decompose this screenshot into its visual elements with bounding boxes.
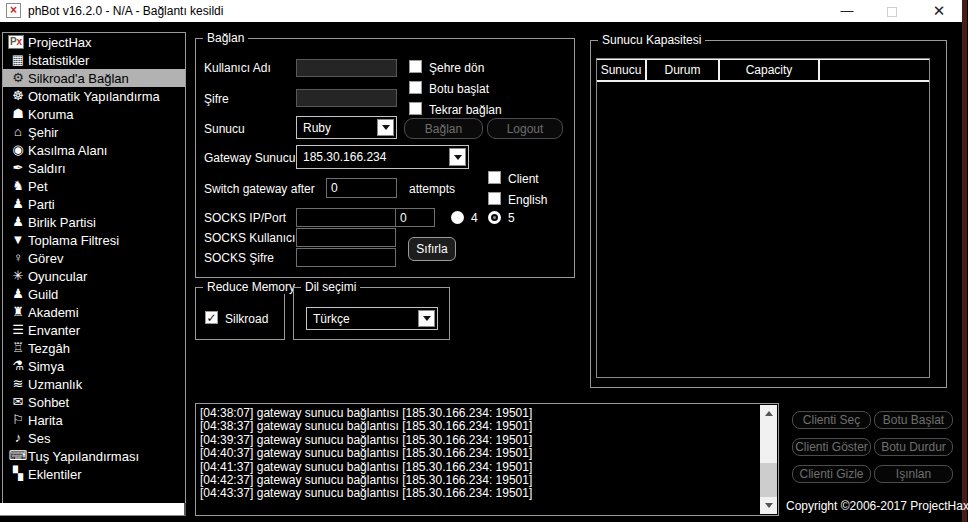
chevron-down-icon[interactable] [377,119,394,136]
sidebar-item-map[interactable]: ⚐Harita [3,411,185,429]
close-button[interactable]: ✕ [924,0,954,22]
sidebar-item-training-area[interactable]: ◉Kasılma Alanı [3,141,185,159]
sidebar-item-academy[interactable]: ♜Akademi [3,303,185,321]
reconnect-checkbox[interactable] [409,102,422,115]
language-groupbox: Dil seçimi Türkçe [293,287,450,340]
chat-icon: ✉ [8,394,28,410]
scroll-up-icon[interactable] [760,405,777,422]
silkroad-checkbox[interactable] [205,311,218,324]
sidebar-item-stall[interactable]: ♖Tezgâh [3,339,185,357]
return-town-label: Şehre dön [429,61,484,75]
client-checkbox[interactable] [488,171,501,184]
socks-user-label: SOCKS Kullanıcı [204,231,295,245]
alchemy-flask-icon: ⚗ [8,358,28,374]
reduce-memory-groupbox: Reduce Memory Silkroad [195,287,285,340]
start-bot-button[interactable]: Botu Başlat [874,411,953,429]
titlebar[interactable]: × phBot v16.2.0 - N/A - Bağlantı kesildi… [0,0,962,22]
sidebar-item-statistics[interactable]: ▦İstatistikler [3,51,185,69]
minimize-button[interactable]: — [832,0,862,22]
sidebar-item-pet[interactable]: ♞Pet [3,177,185,195]
sidebar-item-party[interactable]: ♟Parti [3,195,185,213]
chevron-down-icon[interactable] [449,148,466,166]
server-capacity-table[interactable]: SunucuDurumCapacity [596,58,930,378]
socks4-radio[interactable] [451,211,464,224]
reconnect-label: Tekrar bağlan [429,103,502,117]
socks-ip-input[interactable] [296,208,396,227]
guild-icon: ♟ [8,286,28,302]
username-input[interactable] [296,59,397,77]
language-combobox[interactable]: Türkçe [306,307,438,330]
sidebar-item-label: İstatistikler [28,53,89,68]
english-checkbox[interactable] [488,192,501,205]
log-line: [04:38:37] gateway sunucu bağlantısı [18… [200,420,756,433]
logout-button[interactable]: Logout [487,118,563,139]
sidebar-item-key-config[interactable]: ⌨Tuş Yapılandırması [3,447,185,465]
teleport-button[interactable]: Işınlan [874,465,953,483]
connect-group-title: Bağlan [203,31,248,45]
sidebar-item-mastery[interactable]: ≋Uzmanlık [3,375,185,393]
sidebar-item-pick-filter[interactable]: ▼Toplama Filtresi [3,231,185,249]
log-output[interactable]: [04:38:07] gateway sunucu bağlantısı [18… [195,403,779,516]
map-pin-icon: ⚐ [8,412,28,428]
socks-pass-input[interactable] [296,248,396,267]
sidebar-item-players[interactable]: ✳Oyuncular [3,267,185,285]
start-bot-checkbox[interactable] [409,81,422,94]
sidebar-item-quest[interactable]: ♀Görev [3,249,185,267]
sidebar-item-projecthax[interactable]: PxProjectHax [3,33,185,51]
scroll-down-icon[interactable] [760,497,777,514]
server-capacity-groupbox: Sunucu Kapasitesi SunucuDurumCapacity [590,40,947,388]
sidebar-item-union-party[interactable]: ♟Birlik Partisi [3,213,185,231]
sidebar-item-label: Pet [28,179,48,194]
log-line: [04:41:37] gateway sunucu bağlantısı [18… [200,461,756,474]
training-area-icon: ◉ [8,142,28,158]
server-combobox[interactable]: Ruby [296,116,397,139]
sidebar-item-autoconfigure[interactable]: ☸Otomatik Yapılandırma [3,87,185,105]
pick-filter-icon: ▼ [8,232,28,248]
sidebar-item-chat[interactable]: ✉Sohbet [3,393,185,411]
app-icon: × [6,3,21,18]
sidebar-item-attack[interactable]: ✒Saldırı [3,159,185,177]
socks-user-input[interactable] [296,228,396,247]
socks-port-input[interactable] [395,208,435,227]
gateway-combobox[interactable]: 185.30.166.234 [296,145,469,169]
log-scrollbar[interactable] [760,405,777,514]
sidebar-item-label: Envanter [28,323,80,338]
log-line: [04:39:37] gateway sunucu bağlantısı [18… [200,434,756,447]
select-client-button[interactable]: Clienti Seç [792,411,871,429]
sidebar-item-label: Koruma [28,107,74,122]
sidebar-list[interactable]: PxProjectHax▦İstatistikler⚙Silkroad'a Ba… [2,32,186,505]
sidebar-item-alchemy[interactable]: ⚗Simya [3,357,185,375]
return-town-checkbox[interactable] [409,60,422,73]
connect-button[interactable]: Bağlan [404,118,483,139]
sidebar-item-sound[interactable]: ♪Ses [3,429,185,447]
sidebar-item-label: Uzmanlık [28,377,82,392]
sidebar-item-guild[interactable]: ♟Guild [3,285,185,303]
chevron-down-icon[interactable] [418,310,435,327]
sidebar-item-plugins[interactable]: ▚Eklentiler [3,465,185,483]
hide-client-button[interactable]: Clienti Gizle [792,465,871,483]
projecthax-icon: Px [8,35,24,49]
switch-attempts-input[interactable] [326,178,397,198]
sidebar-item-connect[interactable]: ⚙Silkroad'a Bağlan [3,69,185,87]
sidebar-item-town[interactable]: ⌂Şehir [3,123,185,141]
reset-button[interactable]: Sıfırla [408,237,456,261]
sidebar-item-label: Silkroad'a Bağlan [28,71,129,86]
socks5-radio[interactable] [488,211,501,224]
sidebar-item-label: Guild [28,287,58,302]
sidebar-item-label: Oyuncular [28,269,87,284]
password-input[interactable] [296,89,397,107]
shield-icon: ☗ [8,106,28,122]
stop-bot-button[interactable]: Botu Durdur [874,438,953,456]
sidebar-item-inventory[interactable]: ☰Envanter [3,321,185,339]
pet-icon: ♞ [8,178,28,194]
column-header-empty [820,60,929,80]
start-bot-label: Botu başlat [429,82,489,96]
maximize-button[interactable] [877,0,907,22]
desktop-edge-strip [962,0,967,522]
mastery-icon: ≋ [8,376,28,392]
show-client-button[interactable]: Clienti Göster [792,438,871,456]
scrollbar-thumb[interactable] [760,463,777,500]
attack-icon: ✒ [8,160,28,176]
sidebar-item-protection[interactable]: ☗Koruma [3,105,185,123]
english-label: English [508,193,547,207]
